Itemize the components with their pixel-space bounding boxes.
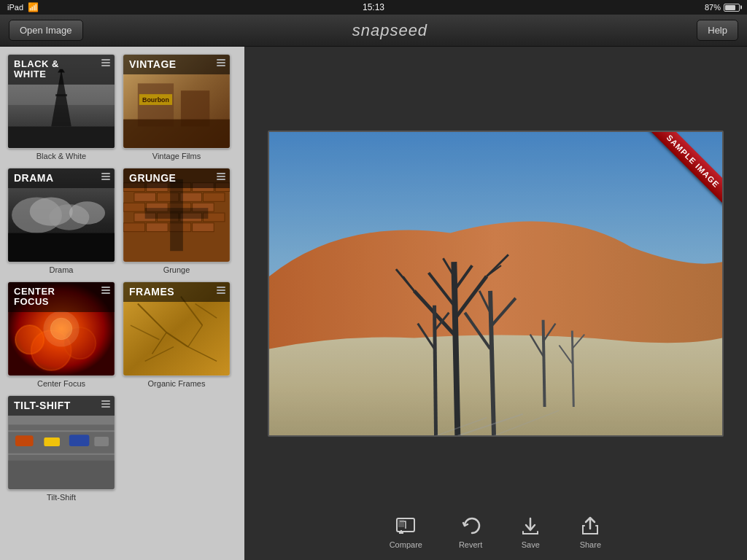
save-icon [519,514,542,537]
filter-item-vintage[interactable]: Bourbon VINTAGE Vintage Films [123,54,231,160]
filter-thumb-drama: DRAMA [7,168,115,262]
filter-title-bw: BLACK &WHITE [8,55,115,85]
battery-percent: 87% [705,3,721,12]
filter-item-frames[interactable]: FRAMES Organic Frames [123,281,231,388]
share-icon [578,514,602,537]
save-button[interactable]: Save [519,514,542,549]
filter-row-2: DRAMA Drama [7,168,237,281]
filter-handle-tilt-shift [101,400,110,408]
svg-rect-24 [134,192,156,201]
svg-rect-64 [94,437,109,446]
svg-rect-28 [123,203,145,211]
compare-icon [394,514,417,537]
filter-handle-bw [101,59,110,66]
compare-label: Compare [390,540,422,549]
filter-item-center-focus[interactable]: CENTERFOCUS Center Focus [7,281,115,388]
filter-label-center-focus: Center Focus [7,379,115,388]
bottom-toolbar: Compare Revert [259,505,732,553]
revert-label: Revert [459,540,482,549]
revert-icon [459,514,482,537]
filter-title-center-focus: CENTERFOCUS [8,282,115,312]
svg-rect-37 [147,223,169,232]
filter-handle-center-focus [101,287,110,294]
share-label: Share [580,540,601,549]
svg-rect-41 [145,208,209,219]
svg-rect-61 [15,435,34,446]
status-bar: iPad 📶 15:13 87% [0,0,747,15]
filter-row-1: BLACK &WHITE Black & White [7,54,237,168]
filter-thumb-grunge: GRUNGE [123,168,231,262]
filter-item-black-white[interactable]: BLACK &WHITE Black & White [7,54,115,160]
wifi-icon: 📶 [28,2,39,12]
svg-text:Bourbon: Bourbon [142,96,169,104]
compare-button[interactable]: Compare [390,514,422,549]
filter-label-tilt-shift: Tilt-Shift [7,493,115,502]
filter-title-grunge: GRUNGE [123,168,230,188]
filter-thumb-center-focus: CENTERFOCUS [7,281,115,376]
filter-label-bw: Black & White [7,152,115,160]
save-label: Save [522,540,540,549]
filter-label-vintage: Vintage Films [123,152,231,160]
filter-handle-grunge [217,173,225,180]
filter-title-frames: FRAMES [123,282,230,302]
help-button[interactable]: Help [697,20,738,41]
image-area: SAMPLE IMAGE [259,61,732,505]
svg-rect-94 [269,132,722,435]
battery-indicator [724,4,740,12]
status-left: iPad 📶 [7,2,39,12]
filter-item-tilt-shift[interactable]: TILT-SHIFT Tilt-Shift [7,395,115,502]
svg-rect-5 [8,126,115,148]
svg-rect-66 [8,454,115,455]
revert-button[interactable]: Revert [459,514,482,549]
share-button[interactable]: Share [578,514,602,549]
svg-rect-65 [8,430,115,432]
svg-rect-9 [123,120,230,148]
open-image-button[interactable]: Open Image [9,20,83,41]
svg-rect-63 [69,435,90,446]
filter-label-frames: Organic Frames [123,379,231,388]
svg-point-47 [43,311,79,346]
svg-rect-26 [180,192,202,201]
filter-thumb-vintage: Bourbon VINTAGE [123,54,231,149]
svg-rect-3 [55,94,67,96]
photo-frame: SAMPLE IMAGE [268,131,724,437]
svg-rect-27 [203,192,225,201]
status-right: 87% [705,3,740,12]
filter-item-drama[interactable]: DRAMA Drama [7,168,115,274]
filter-label-drama: Drama [7,265,115,274]
filter-thumb-tilt-shift: TILT-SHIFT [7,395,115,490]
filter-handle-drama [101,173,110,180]
svg-rect-62 [44,438,60,446]
app-title: snapseed [352,21,427,40]
svg-rect-96 [398,520,404,527]
filter-handle-vintage [217,59,225,66]
sidebar: BLACK &WHITE Black & White [0,47,244,560]
main-layout: BLACK &WHITE Black & White [0,47,747,560]
filter-thumb-frames: FRAMES [123,281,231,376]
filter-title-tilt-shift: TILT-SHIFT [8,396,115,416]
filter-thumb-black-white: BLACK &WHITE [7,54,115,149]
svg-rect-60 [8,461,115,489]
svg-point-16 [69,201,105,225]
svg-rect-17 [8,233,115,262]
content-area: SAMPLE IMAGE Compare [244,47,747,560]
filter-title-drama: DRAMA [8,168,115,188]
filter-title-vintage: VINTAGE [123,55,230,74]
svg-rect-39 [193,223,214,232]
status-time: 15:13 [363,2,384,12]
device-name: iPad [7,3,23,12]
filter-row-3: CENTERFOCUS Center Focus [7,281,237,395]
header: Open Image snapseed Help [0,15,747,47]
filter-label-grunge: Grunge [123,265,231,274]
filter-handle-frames [217,287,225,294]
svg-rect-36 [123,223,145,232]
filter-row-4: TILT-SHIFT Tilt-Shift [7,395,237,509]
filter-item-grunge[interactable]: GRUNGE Grunge [123,168,231,274]
